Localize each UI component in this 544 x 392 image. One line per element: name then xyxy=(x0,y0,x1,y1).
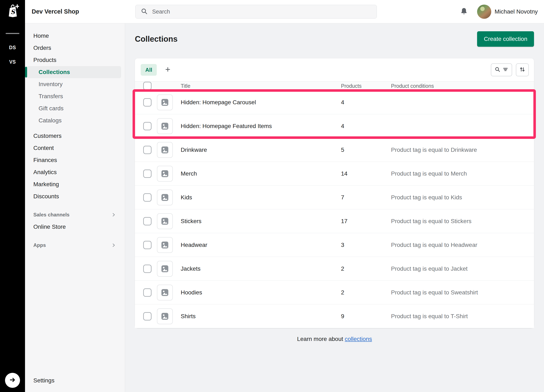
user-name[interactable]: Michael Novotny xyxy=(495,8,538,15)
sidebar-item-analytics[interactable]: Analytics xyxy=(27,166,121,178)
collection-products-count: 14 xyxy=(341,170,391,177)
search-and-filter-button[interactable] xyxy=(491,63,512,76)
table-row[interactable]: Drinkware 5 Product tag is equal to Drin… xyxy=(135,138,534,162)
sidebar-item-label: Catalogs xyxy=(39,117,62,124)
collection-title[interactable]: Merch xyxy=(181,170,341,177)
row-checkbox[interactable] xyxy=(143,98,152,107)
row-checkbox[interactable] xyxy=(143,312,152,321)
table-row[interactable]: Hidden: Homepage Carousel 4 xyxy=(135,90,534,114)
sidebar-item-label: Analytics xyxy=(33,169,57,176)
collection-thumbnail xyxy=(157,213,173,229)
collection-products-count: 3 xyxy=(341,242,391,248)
collection-title[interactable]: Drinkware xyxy=(181,147,341,153)
sidebar-nav: Home Orders Products Collections Invento… xyxy=(25,23,125,392)
row-checkbox[interactable] xyxy=(143,217,152,226)
sort-button[interactable] xyxy=(516,63,529,76)
global-search[interactable] xyxy=(135,5,377,18)
page-header: Collections Create collection xyxy=(135,31,534,47)
table-row[interactable]: Headwear 3 Product tag is equal to Headw… xyxy=(135,233,534,257)
sidebar-item-inventory[interactable]: Inventory xyxy=(27,78,121,90)
sidebar-item-settings[interactable]: Settings xyxy=(27,374,121,386)
table-row[interactable]: Kids 7 Product tag is equal to Kids xyxy=(135,186,534,209)
sidebar-item-finances[interactable]: Finances xyxy=(27,154,121,166)
select-all-checkbox[interactable] xyxy=(143,82,152,90)
row-checkbox[interactable] xyxy=(143,146,152,154)
rail-expand-button[interactable] xyxy=(5,373,20,388)
sidebar-item-label: Discounts xyxy=(33,193,59,200)
top-bar: Dev Vercel Shop Michael Novo xyxy=(25,0,544,23)
add-view-button[interactable] xyxy=(163,65,173,75)
table-row[interactable]: Jackets 2 Product tag is equal to Jacket xyxy=(135,257,534,281)
sidebar-item-home[interactable]: Home xyxy=(27,30,121,42)
row-checkbox[interactable] xyxy=(143,288,152,297)
table-row[interactable]: Hidden: Homepage Featured Items 4 xyxy=(135,114,534,138)
topbar-right-group: Michael Novotny xyxy=(460,5,544,19)
row-checkbox[interactable] xyxy=(143,241,152,249)
collection-title[interactable]: Hidden: Homepage Carousel xyxy=(181,99,341,106)
sidebar-item-products[interactable]: Products xyxy=(27,54,121,66)
collection-title[interactable]: Hidden: Homepage Featured Items xyxy=(181,123,341,130)
column-header-product-conditions: Product conditions xyxy=(391,83,534,89)
shopify-logo-button[interactable]: S xyxy=(0,0,25,23)
collection-title[interactable]: Headwear xyxy=(181,242,341,248)
collection-title[interactable]: Jackets xyxy=(181,265,341,272)
table-row[interactable]: Merch 14 Product tag is equal to Merch xyxy=(135,162,534,186)
sidebar-heading-apps[interactable]: Apps xyxy=(27,239,121,251)
collection-title[interactable]: Shirts xyxy=(181,313,341,320)
collection-title[interactable]: Stickers xyxy=(181,218,341,225)
main-panel: Dev Vercel Shop Michael Novo xyxy=(25,0,544,392)
search-input[interactable] xyxy=(152,8,377,15)
sidebar-item-gift-cards[interactable]: Gift cards xyxy=(27,102,121,114)
workspace-rail: S DS VS xyxy=(0,0,25,392)
notifications-button[interactable] xyxy=(460,7,468,17)
sidebar-item-label: Collections xyxy=(39,69,70,76)
sidebar-item-discounts[interactable]: Discounts xyxy=(27,190,121,202)
tab-all[interactable]: All xyxy=(141,64,157,76)
table-row[interactable]: Shirts 9 Product tag is equal to T-Shirt xyxy=(135,304,534,328)
create-collection-button[interactable]: Create collection xyxy=(477,31,534,47)
collection-condition: Product tag is equal to Headwear xyxy=(391,242,534,248)
sidebar-item-customers[interactable]: Customers xyxy=(27,130,121,142)
sidebar-heading-sales-channels[interactable]: Sales channels xyxy=(27,209,121,221)
sidebar-item-online-store[interactable]: Online Store xyxy=(27,221,121,233)
collection-products-count: 4 xyxy=(341,99,391,106)
row-checkbox[interactable] xyxy=(143,122,152,130)
collections-card: All xyxy=(135,58,534,328)
collections-help-link[interactable]: collections xyxy=(345,336,372,342)
row-checkbox[interactable] xyxy=(143,193,152,202)
learn-more-footer: Learn more about collections xyxy=(125,336,544,342)
workspace-item-vs[interactable]: VS xyxy=(9,59,16,65)
collection-title[interactable]: Hoodies xyxy=(181,289,341,296)
chevron-right-icon xyxy=(111,212,116,217)
image-placeholder-icon xyxy=(160,98,169,107)
sidebar-item-catalogs[interactable]: Catalogs xyxy=(27,114,121,127)
sidebar-item-orders[interactable]: Orders xyxy=(27,42,121,54)
workspace-item-ds[interactable]: DS xyxy=(9,45,16,50)
collection-condition: Product tag is equal to Drinkware xyxy=(391,147,534,153)
content-area: Home Orders Products Collections Invento… xyxy=(25,23,544,392)
user-avatar[interactable] xyxy=(477,5,491,19)
collection-title[interactable]: Kids xyxy=(181,194,341,201)
collection-products-count: 7 xyxy=(341,194,391,201)
table-header-row: Title Products Product conditions xyxy=(135,81,534,90)
bell-icon xyxy=(460,7,468,17)
table-row[interactable]: Stickers 17 Product tag is equal to Stic… xyxy=(135,209,534,233)
filter-icon xyxy=(503,66,508,73)
collection-condition: Product tag is equal to Kids xyxy=(391,194,534,201)
row-checkbox[interactable] xyxy=(143,170,152,178)
page-title: Collections xyxy=(135,35,177,44)
image-placeholder-icon xyxy=(160,217,169,226)
sidebar-item-label: Products xyxy=(33,57,56,63)
shopify-plus-logo-icon: S xyxy=(6,4,19,19)
sidebar-item-content[interactable]: Content xyxy=(27,142,121,154)
sidebar-item-collections[interactable]: Collections xyxy=(27,66,121,78)
collection-products-count: 4 xyxy=(341,123,391,130)
collection-thumbnail xyxy=(157,166,173,182)
sidebar-item-transfers[interactable]: Transfers xyxy=(27,90,121,102)
row-checkbox[interactable] xyxy=(143,265,152,273)
table-row[interactable]: Hoodies 2 Product tag is equal to Sweats… xyxy=(135,281,534,304)
collection-thumbnail xyxy=(157,237,173,253)
image-placeholder-icon xyxy=(160,145,169,154)
sidebar-item-marketing[interactable]: Marketing xyxy=(27,178,121,190)
sidebar-item-label: Gift cards xyxy=(39,105,64,112)
